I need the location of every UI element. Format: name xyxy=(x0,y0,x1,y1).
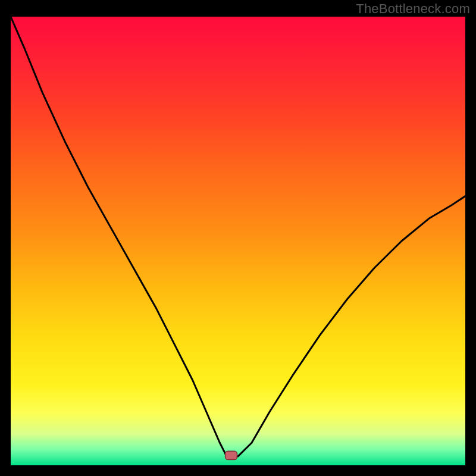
watermark-text: TheBottleneck.com xyxy=(356,1,470,17)
optimal-point-marker xyxy=(226,451,237,459)
chart-frame: TheBottleneck.com xyxy=(0,0,476,476)
bottleneck-chart xyxy=(11,17,465,465)
gradient-background xyxy=(11,17,465,465)
